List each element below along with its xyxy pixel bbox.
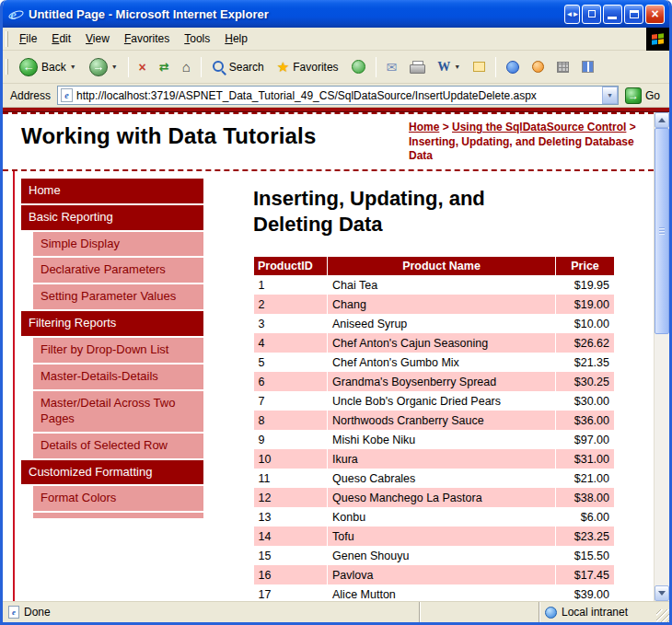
toolbar-grip-2[interactable] xyxy=(6,59,8,75)
cell-product-name: Queso Manchego La Pastora xyxy=(328,488,556,507)
toolbar-grip[interactable] xyxy=(6,31,8,47)
cell-price: $19.95 xyxy=(556,275,615,295)
breadcrumb-current: Inserting, Updating, and Deleting Databa… xyxy=(409,135,634,163)
edit-button[interactable]: W ▼ xyxy=(432,56,466,78)
cell-product-id: 6 xyxy=(254,372,328,391)
breadcrumb-section-link[interactable]: Using the SqlDataSource Control xyxy=(452,121,626,133)
address-dropdown-button[interactable]: ▼ xyxy=(602,87,618,104)
cell-price: $31.00 xyxy=(556,449,615,469)
edit-dropdown-icon: ▼ xyxy=(454,64,460,70)
menu-file[interactable]: File xyxy=(12,29,44,49)
tiles-button[interactable] xyxy=(576,57,599,76)
sidebar-item-details-of-selected-row[interactable]: Details of Selected Row xyxy=(33,434,203,458)
menu-favorites[interactable]: Favorites xyxy=(117,29,177,49)
go-button[interactable]: → Go xyxy=(623,86,664,106)
table-row: 4Chef Anton's Cajun Seasoning$26.62 xyxy=(254,333,615,353)
sidebar-item-master-detail-two-pages[interactable]: Master/Detail Across Two Pages xyxy=(33,391,203,432)
cell-product-id: 2 xyxy=(254,295,328,314)
cell-product-name: Genen Shouyu xyxy=(328,546,556,565)
sidebar-item-filter-by-dropdown-list[interactable]: Filter by Drop-Down List xyxy=(33,338,203,363)
address-input[interactable] xyxy=(76,87,602,104)
page-icon: e xyxy=(61,88,73,102)
go-label: Go xyxy=(645,89,660,102)
scroll-up-button[interactable] xyxy=(655,112,669,128)
cell-product-name: Northwoods Cranberry Sauce xyxy=(328,411,556,430)
forward-icon: → xyxy=(89,58,108,76)
vertical-scrollbar[interactable] xyxy=(654,112,669,601)
table-row: 2Chang$19.00 xyxy=(254,295,615,314)
back-icon: ← xyxy=(19,58,38,76)
cell-price: $30.00 xyxy=(556,391,615,411)
table-row: 12Queso Manchego La Pastora$38.00 xyxy=(254,488,615,507)
refresh-button[interactable]: ⇄ xyxy=(154,56,175,77)
print-button[interactable] xyxy=(404,57,430,76)
home-button[interactable]: ⌂ xyxy=(177,55,196,78)
sidebar-item-customized-formatting[interactable]: Customized Formatting xyxy=(21,460,203,485)
scroll-down-icon xyxy=(658,591,666,596)
windows-logo xyxy=(646,28,669,51)
favorites-label: Favorites xyxy=(293,61,338,74)
cell-product-name: Chef Anton's Cajun Seasoning xyxy=(328,333,556,353)
sidebar-item-master-details-details[interactable]: Master-Details-Details xyxy=(33,365,203,389)
sidebar-item-format-colors[interactable]: Format Colors xyxy=(33,486,203,511)
sidebar-item-basic-reporting[interactable]: Basic Reporting xyxy=(21,205,203,230)
maximize-button[interactable] xyxy=(624,5,643,24)
history-button[interactable] xyxy=(346,56,371,77)
table-row: 16Pavlova$17.45 xyxy=(254,565,615,584)
cell-product-id: 16 xyxy=(254,565,328,584)
table-row: 8Northwoods Cranberry Sauce$36.00 xyxy=(254,411,615,430)
forward-dropdown-icon: ▼ xyxy=(111,64,118,70)
scroll-down-button[interactable] xyxy=(655,585,669,601)
cell-price: $38.00 xyxy=(556,488,615,507)
cell-product-id: 15 xyxy=(254,546,328,565)
titlebar-nav-pair-button[interactable]: ◄► xyxy=(564,5,580,24)
cell-price: $6.00 xyxy=(556,507,615,527)
search-icon xyxy=(212,60,226,74)
cell-product-id: 14 xyxy=(254,527,328,546)
favorites-button[interactable]: ★ Favorites xyxy=(272,55,344,79)
menu-help[interactable]: Help xyxy=(217,29,255,49)
sidebar-item-filtering-reports[interactable]: Filtering Reports xyxy=(21,311,203,336)
breadcrumb-separator: > xyxy=(439,121,452,133)
resize-grip[interactable] xyxy=(656,609,669,622)
table-row: 7Uncle Bob's Organic Dried Pears$30.00 xyxy=(254,391,615,411)
search-button[interactable]: Search xyxy=(206,56,270,77)
table-row: 3Aniseed Syrup$10.00 xyxy=(254,314,615,333)
discuss-button[interactable] xyxy=(468,58,491,75)
menu-tools[interactable]: Tools xyxy=(177,29,217,49)
menu-view[interactable]: View xyxy=(78,29,117,49)
table-row: 15Genen Shouyu$15.50 xyxy=(254,546,615,565)
scrollbar-track[interactable] xyxy=(655,334,669,585)
addon-button[interactable] xyxy=(527,57,550,76)
forward-button[interactable]: → ▼ xyxy=(84,54,123,80)
status-pane-zone: Local intranet xyxy=(539,602,669,622)
stop-button[interactable]: × xyxy=(133,56,152,78)
addon-icon xyxy=(532,61,544,73)
sidebar-item-setting-parameter-values[interactable]: Setting Parameter Values xyxy=(33,284,203,309)
cell-price: $19.00 xyxy=(556,295,615,314)
messenger-button[interactable] xyxy=(501,57,525,77)
cell-product-id: 17 xyxy=(254,584,328,601)
cell-price: $30.25 xyxy=(556,372,615,391)
table-row: 11Queso Cabrales$21.00 xyxy=(254,469,615,488)
breadcrumb-home-link[interactable]: Home xyxy=(409,121,439,133)
minimize-button[interactable] xyxy=(603,5,622,24)
sidebar-item-home[interactable]: Home xyxy=(21,179,203,203)
sidebar-item-declarative-parameters[interactable]: Declarative Parameters xyxy=(33,258,203,283)
favorites-star-icon: ★ xyxy=(277,59,289,75)
sidebar-item-simple-display[interactable]: Simple Display xyxy=(33,232,203,257)
titlebar-extra-button[interactable] xyxy=(582,5,601,24)
close-button[interactable]: × xyxy=(645,5,665,24)
ie-app-icon[interactable]: e xyxy=(8,6,24,22)
back-button[interactable]: ← Back ▼ xyxy=(14,54,82,80)
cell-product-id: 11 xyxy=(254,469,328,488)
research-button[interactable] xyxy=(551,58,574,76)
sidebar-item-partial[interactable] xyxy=(33,513,203,518)
table-row: 1Chai Tea$19.95 xyxy=(254,275,615,295)
menu-edit[interactable]: Edit xyxy=(44,29,78,49)
header-price: Price xyxy=(556,256,615,275)
cell-product-name: Mishi Kobe Niku xyxy=(328,430,556,449)
scrollbar-thumb[interactable] xyxy=(655,128,669,334)
cell-product-id: 10 xyxy=(254,449,328,469)
mail-button[interactable]: ✉ xyxy=(381,56,403,78)
